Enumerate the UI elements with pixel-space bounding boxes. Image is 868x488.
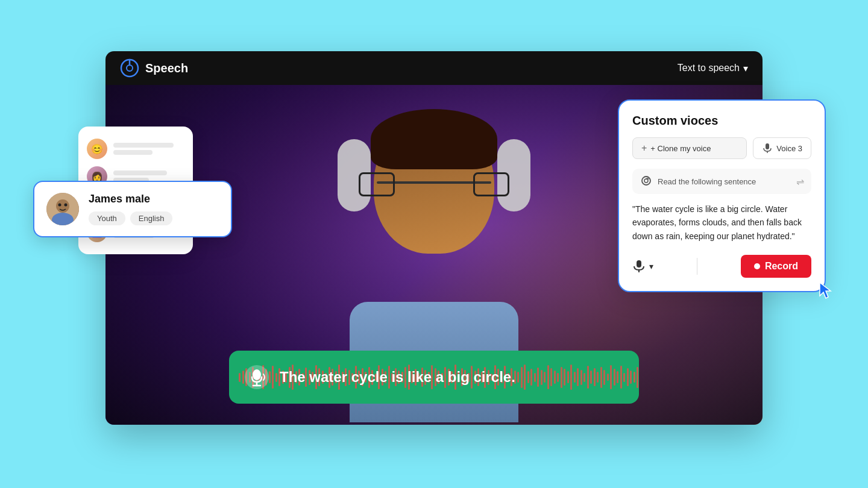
waveform-bar [580, 370, 582, 385]
logo-text: Speech [145, 61, 188, 75]
waveform-bar [617, 371, 618, 383]
subtitle-bar: The water cycle is like a big circle. [229, 351, 639, 404]
record-label: Record [765, 261, 798, 272]
waveform-bar [517, 372, 519, 383]
sentence-row: Read the following sentence ⇌ [632, 169, 811, 194]
waveform-bar [577, 368, 579, 386]
svg-rect-16 [637, 260, 641, 267]
chevron-down-icon: ▾ [649, 261, 653, 271]
waveform-bar [583, 373, 585, 382]
svg-marker-18 [820, 283, 831, 298]
waveform-bar [637, 367, 638, 388]
waveform-bar [610, 365, 612, 389]
waveform-bar [567, 371, 569, 383]
waveform-bar [564, 369, 565, 386]
mic-large-icon [632, 260, 646, 273]
svg-point-15 [644, 179, 648, 183]
waveform-bar [534, 373, 536, 382]
waveform-bar [521, 367, 523, 388]
record-button[interactable]: Record [741, 255, 811, 278]
logo-icon [120, 58, 139, 78]
waveform-bar [607, 374, 609, 381]
waveform-bar [623, 373, 625, 382]
waveform-bar [620, 366, 622, 389]
clone-label: + Clone my voice [650, 144, 711, 153]
james-avatar [46, 193, 79, 225]
waveform-bar [590, 371, 592, 384]
waveform-bar [600, 367, 602, 388]
svg-point-14 [642, 177, 650, 185]
waveform-bar [561, 367, 562, 388]
james-info: James male Youth English [89, 193, 172, 225]
waveform-bar [630, 371, 632, 384]
subtitle-text: The water cycle is like a big circle. [280, 369, 515, 386]
shuffle-icon[interactable]: ⇌ [796, 176, 804, 187]
waveform-bar [547, 365, 549, 389]
waveform-bar [587, 366, 589, 389]
waveform-bar [544, 372, 546, 383]
tts-dropdown[interactable]: Text to speech ▾ [678, 63, 748, 74]
waveform-bar [524, 364, 526, 390]
svg-rect-12 [766, 143, 769, 149]
record-dot-icon [754, 263, 760, 269]
logo-area: Speech [120, 58, 188, 78]
james-card[interactable]: James male Youth English [33, 181, 232, 237]
custom-voices-card: Custom vioces + + Clone my voice Voice 3… [618, 99, 826, 292]
waveform-bar [627, 368, 629, 386]
waveform-bar [557, 373, 559, 382]
svg-point-4 [253, 369, 261, 380]
svg-point-1 [127, 65, 133, 71]
waveform-bar [541, 370, 542, 385]
mic-dropdown[interactable]: ▾ [632, 260, 653, 273]
chevron-down-icon: ▾ [743, 63, 748, 74]
waveform-bar [634, 372, 635, 383]
clone-voice-button[interactable]: + + Clone my voice [632, 137, 747, 159]
cursor-icon [819, 281, 835, 303]
waveform-bar [527, 371, 529, 383]
waveform-bar [614, 369, 615, 386]
list-item[interactable]: 😊 [87, 135, 184, 163]
waveform-bar [574, 372, 576, 383]
tag-english: English [130, 211, 173, 225]
waveform-bar [603, 370, 605, 385]
waveform-bar [554, 371, 556, 384]
tag-youth: Youth [89, 211, 125, 225]
svg-point-11 [64, 204, 68, 207]
voice3-button[interactable]: Voice 3 [753, 137, 811, 159]
top-bar: Speech Text to speech ▾ [105, 51, 763, 85]
quote-text: "The water cycle is like a big circle. W… [632, 202, 811, 243]
avatar: 😊 [87, 139, 107, 159]
vertical-divider [697, 258, 697, 275]
waveform-bar [570, 364, 572, 390]
james-name: James male [89, 193, 172, 205]
waveform-bar [597, 372, 599, 383]
headphone-icon [640, 175, 653, 188]
subtitle-voice-icon [244, 364, 270, 390]
svg-point-10 [58, 204, 61, 207]
waveform-bar [550, 368, 552, 386]
waveform-bar [530, 369, 532, 386]
plus-icon: + [641, 143, 647, 154]
mic-icon [762, 143, 773, 154]
waveform-bar [537, 368, 539, 387]
waveform-bar [594, 368, 596, 386]
voice3-label: Voice 3 [776, 144, 802, 153]
tts-label: Text to speech [678, 63, 740, 74]
custom-voices-title: Custom vioces [632, 114, 811, 128]
waveform-bar [239, 373, 241, 382]
sentence-label: Read the following sentence [658, 177, 791, 186]
